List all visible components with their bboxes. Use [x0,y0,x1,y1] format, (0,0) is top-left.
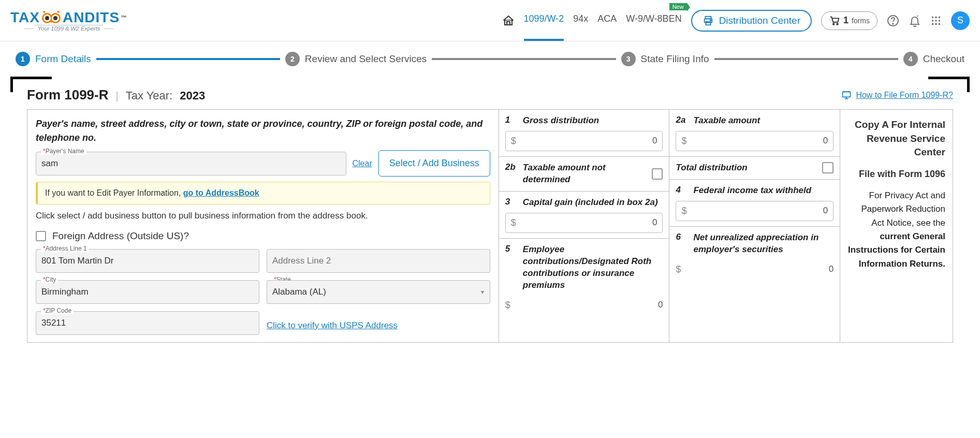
select-add-business-button[interactable]: Select / Add Business [378,150,490,177]
nav-w9-w8ben[interactable]: W-9/W-8BEN New [626,13,681,27]
box-2a-input[interactable]: $ [676,131,833,151]
svg-point-10 [833,23,835,25]
dollar-icon: $ [676,264,681,275]
step-state-filing[interactable]: 3 State Filing Info [621,52,709,66]
svg-point-16 [939,16,941,18]
dollar-icon: $ [505,300,510,311]
cart-button[interactable]: 1 forms [821,11,877,30]
zip-input[interactable] [36,311,259,335]
payer-section: Payer's name, street address, city or to… [27,110,499,342]
box-2b-checkbox[interactable] [652,168,663,180]
total-dist-checkbox[interactable] [822,162,833,173]
owl-icon [41,11,62,24]
state-select[interactable] [267,280,490,304]
nav-94x[interactable]: 94x [573,13,588,27]
home-icon[interactable] [502,14,515,27]
svg-point-19 [939,20,941,22]
cart-icon [829,15,840,26]
verify-usps-link[interactable]: Click to verify with USPS Address [267,311,490,335]
nav-aca[interactable]: ACA [597,13,617,27]
apps-icon[interactable] [930,15,942,26]
presentation-icon [841,90,852,100]
step-review[interactable]: 2 Review and Select Services [285,52,427,66]
svg-point-22 [939,23,941,25]
box-6-input[interactable]: $ [676,260,833,275]
svg-rect-23 [843,92,851,97]
svg-point-9 [710,20,711,21]
tax-year: 2023 [180,89,205,103]
avatar[interactable]: S [951,11,970,30]
box-3-input[interactable]: $ [505,213,663,233]
svg-point-21 [935,23,937,25]
svg-point-14 [932,16,934,18]
dollar-icon: $ [681,206,686,216]
addressbook-link[interactable]: go to AddressBook [183,188,259,197]
city-input[interactable] [36,280,259,304]
dollar-icon: $ [511,217,516,228]
svg-point-20 [932,23,934,25]
printer-icon [703,15,714,26]
svg-point-13 [893,23,894,24]
box-5-input[interactable]: $ [505,296,663,311]
box-4-input[interactable]: $ [676,201,833,221]
foreign-address-checkbox[interactable] [36,231,46,241]
clear-button[interactable]: Clear [353,159,372,168]
nav-1099-w2[interactable]: 1099/W-2 [524,13,564,27]
box-1-input[interactable]: $ [505,131,663,151]
new-badge: New [669,3,687,10]
help-icon[interactable] [887,14,899,27]
dollar-icon: $ [681,136,686,147]
address-line-2-input[interactable] [267,249,490,273]
logo[interactable]: TAX ANDITS ™ Your 1099 & W2 Experts [10,9,127,32]
payer-name-input[interactable] [36,152,346,176]
info-banner: If you want to Edit Payer Information, g… [36,182,490,205]
distribution-center-button[interactable]: Distribution Center [691,10,812,32]
svg-point-18 [935,20,937,22]
box-col-right: 2a Taxable amount $ Total distribution [669,110,840,342]
address-line-1-input[interactable] [36,249,259,273]
svg-point-15 [935,16,937,18]
step-form-details[interactable]: 1 Form Details [16,52,91,66]
svg-point-17 [932,20,934,22]
svg-point-11 [837,23,838,25]
step-checkout[interactable]: 4 Checkout [903,52,964,66]
svg-point-5 [53,16,57,20]
bell-icon[interactable] [909,14,921,27]
dollar-icon: $ [511,136,516,147]
svg-point-4 [45,16,49,20]
progress-steps: 1 Form Details 2 Review and Select Servi… [0,41,980,77]
copy-a-section: Copy A For Internal Revenue Service Cent… [840,110,953,342]
box-col-left: 1 Gross distribution $ 2b Taxable amount… [499,110,670,342]
